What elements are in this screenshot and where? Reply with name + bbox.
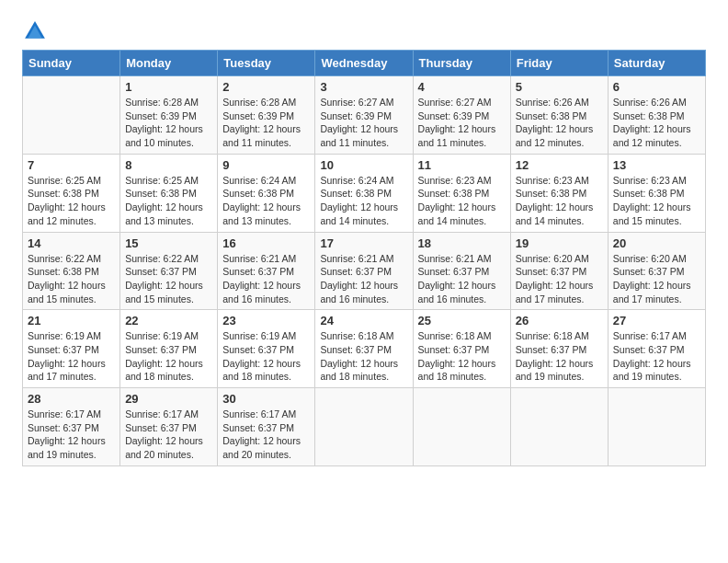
calendar-week-row: 14Sunrise: 6:22 AM Sunset: 6:38 PM Dayli…	[23, 232, 706, 310]
day-number: 9	[222, 158, 310, 172]
day-number: 29	[125, 392, 212, 406]
calendar-cell: 5Sunrise: 6:26 AM Sunset: 6:38 PM Daylig…	[510, 76, 608, 155]
day-number: 5	[516, 80, 603, 94]
day-number: 19	[516, 236, 603, 250]
calendar-cell: 9Sunrise: 6:24 AM Sunset: 6:38 PM Daylig…	[218, 154, 315, 232]
day-header: Monday	[120, 51, 218, 76]
calendar-cell: 12Sunrise: 6:23 AM Sunset: 6:38 PM Dayli…	[510, 154, 608, 232]
calendar-cell: 11Sunrise: 6:23 AM Sunset: 6:38 PM Dayli…	[413, 154, 510, 232]
calendar-week-row: 21Sunrise: 6:19 AM Sunset: 6:37 PM Dayli…	[23, 310, 706, 388]
calendar-cell: 8Sunrise: 6:25 AM Sunset: 6:38 PM Daylig…	[120, 154, 218, 232]
header-row: SundayMondayTuesdayWednesdayThursdayFrid…	[23, 51, 706, 76]
calendar-cell: 7Sunrise: 6:25 AM Sunset: 6:38 PM Daylig…	[23, 154, 120, 232]
calendar-cell: 13Sunrise: 6:23 AM Sunset: 6:38 PM Dayli…	[608, 154, 705, 232]
cell-content: Sunrise: 6:27 AM Sunset: 6:39 PM Dayligh…	[418, 96, 506, 150]
cell-content: Sunrise: 6:17 AM Sunset: 6:37 PM Dayligh…	[613, 329, 700, 384]
cell-content: Sunrise: 6:22 AM Sunset: 6:38 PM Dayligh…	[28, 252, 115, 306]
cell-content: Sunrise: 6:25 AM Sunset: 6:38 PM Dayligh…	[125, 174, 212, 228]
calendar-cell: 20Sunrise: 6:20 AM Sunset: 6:37 PM Dayli…	[608, 232, 705, 310]
calendar-cell: 23Sunrise: 6:19 AM Sunset: 6:37 PM Dayli…	[218, 310, 315, 388]
day-number: 17	[320, 236, 407, 250]
calendar-cell	[510, 388, 608, 466]
day-number: 21	[28, 314, 115, 327]
day-number: 7	[28, 158, 115, 172]
cell-content: Sunrise: 6:27 AM Sunset: 6:39 PM Dayligh…	[320, 96, 407, 150]
cell-content: Sunrise: 6:28 AM Sunset: 6:39 PM Dayligh…	[222, 96, 310, 150]
calendar-cell	[608, 388, 705, 466]
day-number: 4	[418, 80, 506, 94]
cell-content: Sunrise: 6:18 AM Sunset: 6:37 PM Dayligh…	[418, 329, 506, 384]
day-number: 27	[613, 314, 700, 327]
calendar-cell: 17Sunrise: 6:21 AM Sunset: 6:37 PM Dayli…	[315, 232, 413, 310]
calendar-cell: 6Sunrise: 6:26 AM Sunset: 6:38 PM Daylig…	[608, 76, 705, 155]
calendar-cell: 10Sunrise: 6:24 AM Sunset: 6:38 PM Dayli…	[315, 154, 413, 232]
day-header: Saturday	[608, 51, 705, 76]
calendar-cell: 25Sunrise: 6:18 AM Sunset: 6:37 PM Dayli…	[413, 310, 510, 388]
calendar-table: SundayMondayTuesdayWednesdayThursdayFrid…	[22, 50, 706, 466]
day-number: 30	[222, 392, 310, 406]
calendar-cell: 14Sunrise: 6:22 AM Sunset: 6:38 PM Dayli…	[23, 232, 120, 310]
cell-content: Sunrise: 6:20 AM Sunset: 6:37 PM Dayligh…	[516, 252, 603, 306]
calendar-cell: 1Sunrise: 6:28 AM Sunset: 6:39 PM Daylig…	[120, 76, 218, 155]
day-number: 8	[125, 158, 212, 172]
cell-content: Sunrise: 6:19 AM Sunset: 6:37 PM Dayligh…	[125, 329, 212, 384]
cell-content: Sunrise: 6:28 AM Sunset: 6:39 PM Dayligh…	[125, 96, 212, 150]
cell-content: Sunrise: 6:25 AM Sunset: 6:38 PM Dayligh…	[28, 174, 115, 228]
day-number: 12	[516, 158, 603, 172]
day-header: Sunday	[23, 51, 120, 76]
calendar-cell: 30Sunrise: 6:17 AM Sunset: 6:37 PM Dayli…	[218, 388, 315, 466]
cell-content: Sunrise: 6:18 AM Sunset: 6:37 PM Dayligh…	[516, 329, 603, 384]
day-number: 24	[320, 314, 407, 327]
cell-content: Sunrise: 6:17 AM Sunset: 6:37 PM Dayligh…	[28, 408, 115, 462]
cell-content: Sunrise: 6:21 AM Sunset: 6:37 PM Dayligh…	[418, 252, 506, 306]
calendar-cell: 27Sunrise: 6:17 AM Sunset: 6:37 PM Dayli…	[608, 310, 705, 388]
calendar-cell	[23, 76, 120, 155]
cell-content: Sunrise: 6:23 AM Sunset: 6:38 PM Dayligh…	[613, 174, 700, 228]
cell-content: Sunrise: 6:18 AM Sunset: 6:37 PM Dayligh…	[320, 329, 407, 384]
cell-content: Sunrise: 6:24 AM Sunset: 6:38 PM Dayligh…	[320, 174, 407, 228]
cell-content: Sunrise: 6:21 AM Sunset: 6:37 PM Dayligh…	[222, 252, 310, 306]
day-header: Thursday	[413, 51, 510, 76]
day-number: 2	[222, 80, 310, 94]
day-number: 10	[320, 158, 407, 172]
cell-content: Sunrise: 6:20 AM Sunset: 6:37 PM Dayligh…	[613, 252, 700, 306]
day-number: 11	[418, 158, 506, 172]
day-number: 13	[613, 158, 700, 172]
calendar-week-row: 7Sunrise: 6:25 AM Sunset: 6:38 PM Daylig…	[23, 154, 706, 232]
page-header	[22, 18, 706, 44]
day-header: Friday	[510, 51, 608, 76]
day-number: 23	[222, 314, 310, 327]
cell-content: Sunrise: 6:19 AM Sunset: 6:37 PM Dayligh…	[222, 329, 310, 384]
calendar-cell	[413, 388, 510, 466]
calendar-cell: 2Sunrise: 6:28 AM Sunset: 6:39 PM Daylig…	[218, 76, 315, 155]
calendar-cell: 3Sunrise: 6:27 AM Sunset: 6:39 PM Daylig…	[315, 76, 413, 155]
day-number: 16	[222, 236, 310, 250]
logo	[22, 18, 51, 44]
calendar-cell: 4Sunrise: 6:27 AM Sunset: 6:39 PM Daylig…	[413, 76, 510, 155]
day-number: 6	[613, 80, 700, 94]
calendar-cell: 29Sunrise: 6:17 AM Sunset: 6:37 PM Dayli…	[120, 388, 218, 466]
calendar-cell: 28Sunrise: 6:17 AM Sunset: 6:37 PM Dayli…	[23, 388, 120, 466]
day-number: 15	[125, 236, 212, 250]
calendar-cell: 19Sunrise: 6:20 AM Sunset: 6:37 PM Dayli…	[510, 232, 608, 310]
cell-content: Sunrise: 6:24 AM Sunset: 6:38 PM Dayligh…	[222, 174, 310, 228]
calendar-cell: 18Sunrise: 6:21 AM Sunset: 6:37 PM Dayli…	[413, 232, 510, 310]
calendar-cell: 26Sunrise: 6:18 AM Sunset: 6:37 PM Dayli…	[510, 310, 608, 388]
day-header: Tuesday	[218, 51, 315, 76]
day-number: 14	[28, 236, 115, 250]
calendar-cell: 21Sunrise: 6:19 AM Sunset: 6:37 PM Dayli…	[23, 310, 120, 388]
cell-content: Sunrise: 6:26 AM Sunset: 6:38 PM Dayligh…	[613, 96, 700, 150]
day-number: 26	[516, 314, 603, 327]
day-number: 25	[418, 314, 506, 327]
day-number: 28	[28, 392, 115, 406]
cell-content: Sunrise: 6:23 AM Sunset: 6:38 PM Dayligh…	[516, 174, 603, 228]
cell-content: Sunrise: 6:22 AM Sunset: 6:37 PM Dayligh…	[125, 252, 212, 306]
calendar-cell: 22Sunrise: 6:19 AM Sunset: 6:37 PM Dayli…	[120, 310, 218, 388]
cell-content: Sunrise: 6:23 AM Sunset: 6:38 PM Dayligh…	[418, 174, 506, 228]
day-number: 18	[418, 236, 506, 250]
cell-content: Sunrise: 6:17 AM Sunset: 6:37 PM Dayligh…	[222, 408, 310, 462]
calendar-cell: 16Sunrise: 6:21 AM Sunset: 6:37 PM Dayli…	[218, 232, 315, 310]
day-number: 20	[613, 236, 700, 250]
cell-content: Sunrise: 6:17 AM Sunset: 6:37 PM Dayligh…	[125, 408, 212, 462]
logo-icon	[22, 18, 48, 44]
